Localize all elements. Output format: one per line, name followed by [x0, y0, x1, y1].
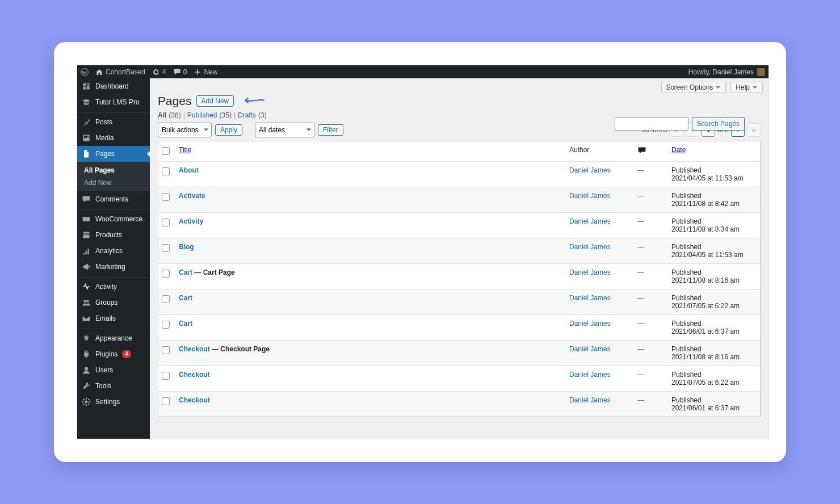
sidebar-item-emails[interactable]: Emails — [77, 310, 150, 326]
row-title-extra: — Checkout Page — [210, 345, 270, 353]
row-author-link[interactable]: Daniel James — [569, 192, 611, 200]
row-comments: — — [637, 192, 671, 200]
row-title-link[interactable]: Checkout — [179, 371, 210, 379]
filter-button[interactable]: Filter — [318, 124, 343, 136]
filter-published-link[interactable]: Published — [187, 111, 217, 119]
sidebar-item-appearance[interactable]: Appearance — [77, 329, 150, 346]
row-title-link[interactable]: About — [179, 166, 199, 174]
header-date[interactable]: Date — [671, 146, 757, 154]
row-title-link[interactable]: Checkout — [179, 345, 210, 353]
sidebar-item-label: Appearance — [95, 334, 132, 342]
row-title-link[interactable]: Blog — [179, 243, 194, 251]
page-title: Pages — [158, 94, 192, 108]
activity-icon — [82, 282, 91, 291]
sidebar-item-pages[interactable]: Pages — [77, 146, 150, 162]
row-author-link[interactable]: Daniel James — [569, 345, 611, 353]
appearance-icon — [82, 334, 91, 343]
row-title-link[interactable]: Activity — [179, 217, 203, 225]
row-checkbox[interactable] — [162, 397, 170, 405]
row-author-link[interactable]: Daniel James — [569, 320, 611, 327]
header-comments-icon[interactable] — [637, 146, 671, 157]
row-author-link[interactable]: Daniel James — [569, 166, 611, 174]
header-author[interactable]: Author — [569, 146, 637, 154]
sidebar-item-settings[interactable]: Settings — [77, 394, 150, 410]
sidebar-item-tutorlms[interactable]: Tutor LMS Pro — [77, 94, 150, 110]
howdy-link[interactable]: Howdy, Daniel James — [688, 68, 754, 76]
new-label: New — [204, 68, 217, 76]
row-checkbox[interactable] — [162, 244, 170, 252]
products-icon — [82, 230, 91, 240]
row-comments: — — [637, 396, 671, 404]
row-comments: — — [637, 371, 671, 379]
select-all-checkbox[interactable] — [162, 147, 170, 155]
svg-rect-1 — [83, 217, 90, 221]
row-title-link[interactable]: Checkout — [179, 396, 210, 404]
row-title-extra: — Cart Page — [192, 268, 235, 276]
row-author-link[interactable]: Daniel James — [569, 294, 611, 302]
filter-drafts-link[interactable]: Drafts — [238, 111, 256, 119]
row-checkbox[interactable] — [162, 193, 170, 201]
sidebar-item-marketing[interactable]: Marketing — [77, 259, 150, 275]
row-comments: — — [637, 294, 671, 302]
content-area: Screen Options Help Pages Add New — [150, 78, 768, 439]
search-button[interactable]: Search Pages — [692, 117, 745, 131]
row-comments: — — [637, 268, 671, 276]
wp-logo[interactable] — [81, 68, 89, 76]
sidebar-item-label: Media — [95, 134, 114, 142]
sidebar-item-activity[interactable]: Activity — [77, 277, 150, 295]
sidebar-item-products[interactable]: Products — [77, 227, 150, 243]
sidebar-item-plugins[interactable]: Plugins4 — [77, 346, 150, 362]
sidebar-item-tools[interactable]: Tools — [77, 378, 150, 394]
row-checkbox[interactable] — [162, 346, 170, 354]
groups-icon — [82, 298, 91, 307]
chevron-down-icon — [752, 85, 758, 90]
filter-all-label[interactable]: All — [158, 111, 166, 119]
sidebar-item-dashboard[interactable]: Dashboard — [77, 78, 150, 94]
row-checkbox[interactable] — [162, 321, 170, 329]
row-checkbox[interactable] — [162, 219, 170, 226]
row-title-link[interactable]: Cart — [179, 294, 192, 302]
date-filter-select[interactable]: All dates — [255, 123, 314, 137]
apply-button[interactable]: Apply — [215, 124, 242, 136]
row-title-link[interactable]: Cart — [179, 268, 192, 276]
users-icon — [82, 366, 91, 375]
updates-icon — [152, 68, 160, 76]
row-author-link[interactable]: Daniel James — [569, 243, 611, 251]
table-header-row: Title Author Date — [158, 141, 760, 161]
sidebar-item-groups[interactable]: Groups — [77, 295, 150, 310]
sidebar-item-posts[interactable]: Posts — [77, 112, 150, 130]
sidebar-subitem[interactable]: All Pages — [77, 164, 150, 177]
media-icon — [82, 133, 91, 142]
comments-link[interactable]: 0 — [173, 68, 187, 76]
row-title-link[interactable]: Cart — [179, 320, 192, 327]
row-checkbox[interactable] — [162, 295, 170, 303]
sidebar-item-analytics[interactable]: Analytics — [77, 243, 150, 259]
site-home-link[interactable]: CohortBased — [95, 68, 145, 76]
sidebar-item-woo[interactable]: WooCommerce — [77, 209, 150, 227]
plugins-icon — [82, 350, 91, 359]
table-row: BlogDaniel James—Published2021/04/05 at … — [158, 238, 760, 263]
search-input[interactable] — [615, 117, 688, 131]
last-page-button[interactable]: » — [747, 123, 761, 137]
avatar[interactable] — [757, 68, 765, 76]
help-button[interactable]: Help — [730, 82, 763, 93]
row-author-link[interactable]: Daniel James — [569, 371, 611, 379]
sidebar-item-users[interactable]: Users — [77, 362, 150, 378]
row-author-link[interactable]: Daniel James — [569, 268, 611, 276]
sidebar-item-label: Groups — [95, 299, 117, 306]
row-author-link[interactable]: Daniel James — [569, 217, 611, 225]
bulk-actions-select[interactable]: Bulk actions — [158, 123, 212, 137]
sidebar-subitem[interactable]: Add New — [77, 177, 150, 189]
row-checkbox[interactable] — [162, 372, 170, 380]
row-author-link[interactable]: Daniel James — [569, 396, 611, 404]
updates-link[interactable]: 4 — [152, 68, 166, 76]
row-checkbox[interactable] — [162, 270, 170, 278]
screen-options-button[interactable]: Screen Options — [661, 82, 726, 93]
new-content-link[interactable]: New — [194, 68, 217, 76]
header-title[interactable]: Title — [179, 146, 569, 154]
add-new-button[interactable]: Add New — [196, 95, 234, 107]
row-checkbox[interactable] — [162, 167, 170, 175]
row-title-link[interactable]: Activate — [179, 192, 205, 200]
sidebar-item-media[interactable]: Media — [77, 130, 150, 146]
sidebar-item-comments[interactable]: Comments — [77, 191, 150, 207]
